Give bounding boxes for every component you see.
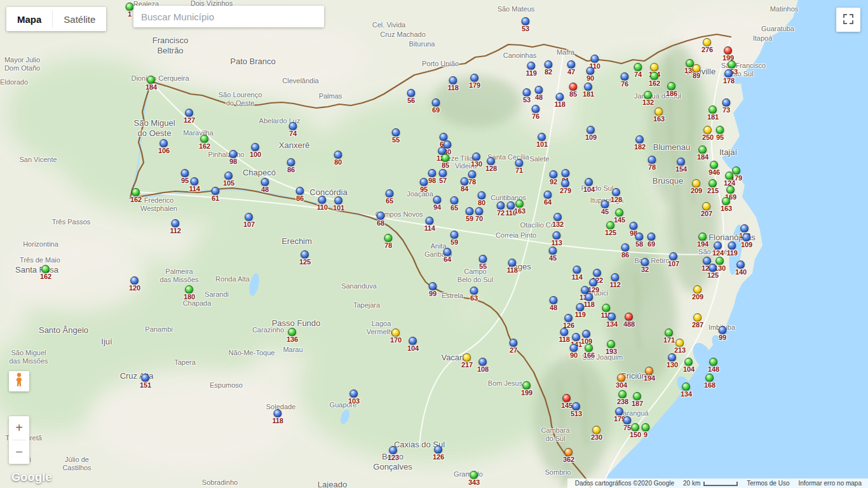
map-marker[interactable]: 100: [250, 143, 261, 158]
map-marker[interactable]: 98: [229, 150, 238, 165]
map-marker[interactable]: 168: [704, 374, 715, 389]
map-marker[interactable]: 128: [485, 157, 497, 172]
map-marker[interactable]: 163: [514, 200, 526, 215]
map-marker[interactable]: 64: [444, 248, 452, 263]
map-marker[interactable]: 162: [40, 265, 51, 280]
map-marker[interactable]: 72: [497, 201, 505, 217]
map-marker[interactable]: 112: [170, 219, 180, 234]
map-marker[interactable]: 90: [587, 67, 595, 82]
map-marker[interactable]: 199: [722, 46, 734, 62]
map-marker[interactable]: 128: [611, 188, 622, 203]
map-marker[interactable]: 76: [532, 105, 540, 120]
map-marker[interactable]: 65: [386, 189, 394, 205]
map-marker[interactable]: 150: [630, 423, 641, 438]
map-marker[interactable]: 71: [515, 159, 524, 174]
map-marker[interactable]: 104: [407, 337, 419, 352]
map-marker[interactable]: 276: [702, 38, 713, 53]
map-marker[interactable]: 170: [390, 329, 402, 344]
map-marker[interactable]: 126: [563, 314, 574, 329]
map-marker[interactable]: 103: [348, 390, 360, 405]
map-marker[interactable]: 59: [466, 207, 474, 222]
map-marker[interactable]: 124: [724, 172, 735, 187]
map-marker[interactable]: 125: [707, 264, 719, 279]
map-marker[interactable]: 85: [569, 83, 578, 98]
map-marker[interactable]: 166: [583, 344, 595, 359]
map-marker[interactable]: 217: [461, 353, 473, 369]
map-marker[interactable]: 118: [554, 93, 565, 108]
map-marker[interactable]: 194: [697, 233, 709, 248]
map-marker[interactable]: 154: [675, 158, 687, 173]
map-marker[interactable]: 113: [551, 231, 562, 247]
map-marker[interactable]: 238: [617, 390, 628, 405]
map-marker[interactable]: 134: [681, 383, 692, 398]
google-logo[interactable]: Google: [11, 471, 52, 484]
map-marker[interactable]: 45: [601, 200, 609, 215]
map-marker[interactable]: 134: [606, 313, 618, 328]
map-marker[interactable]: 199: [521, 381, 532, 396]
map-marker[interactable]: 162: [199, 135, 210, 150]
map-marker[interactable]: 114: [189, 177, 200, 193]
map-marker[interactable]: 109: [581, 330, 592, 345]
map-marker[interactable]: 53: [523, 88, 531, 104]
map-marker[interactable]: 132: [642, 91, 654, 106]
map-marker[interactable]: 125: [299, 250, 311, 266]
map-marker[interactable]: 513: [571, 402, 582, 417]
map-marker[interactable]: 171: [663, 329, 675, 344]
map-marker[interactable]: 80: [334, 151, 342, 166]
map-marker[interactable]: 151: [140, 374, 151, 389]
map-marker[interactable]: 45: [549, 247, 557, 262]
map-marker[interactable]: 74: [634, 63, 642, 78]
map-marker[interactable]: 104: [583, 178, 595, 193]
map-marker[interactable]: 250: [702, 126, 714, 141]
map-marker[interactable]: 130: [471, 152, 482, 168]
map-marker[interactable]: 230: [591, 426, 602, 441]
map-marker[interactable]: 114: [571, 266, 582, 281]
map-marker[interactable]: 98: [428, 169, 437, 184]
map-marker[interactable]: 179: [469, 74, 480, 89]
map-marker[interactable]: 105: [223, 172, 234, 187]
map-marker[interactable]: 53: [522, 17, 530, 32]
map-marker[interactable]: 86: [621, 243, 630, 259]
search-input[interactable]: [133, 6, 324, 27]
map-marker[interactable]: 114: [424, 217, 435, 232]
map-marker[interactable]: 304: [616, 374, 627, 389]
map-marker[interactable]: 58: [635, 233, 644, 248]
map-marker[interactable]: 99: [429, 282, 437, 297]
map-marker[interactable]: 362: [563, 448, 574, 463]
map-marker[interactable]: 48: [535, 86, 543, 101]
map-marker[interactable]: 118: [559, 328, 569, 343]
map-marker[interactable]: 107: [668, 252, 679, 268]
map-marker[interactable]: 209: [692, 285, 703, 301]
map-marker[interactable]: 163: [721, 197, 732, 212]
map-marker[interactable]: 119: [526, 62, 536, 77]
map-marker[interactable]: 132: [552, 213, 564, 228]
map-marker[interactable]: 82: [545, 60, 553, 76]
map-marker[interactable]: 32: [641, 258, 649, 273]
satellite-view-button[interactable]: Satélite: [53, 7, 106, 31]
map-marker[interactable]: 118: [272, 409, 283, 424]
map-marker[interactable]: 61: [212, 187, 220, 202]
map-marker[interactable]: 78: [468, 170, 477, 186]
map-marker[interactable]: 92: [550, 170, 558, 186]
map-marker[interactable]: 69: [432, 98, 440, 114]
map-marker[interactable]: 57: [439, 169, 447, 184]
map-marker[interactable]: 101: [333, 196, 344, 212]
map-marker[interactable]: 184: [697, 146, 709, 161]
map-marker[interactable]: 69: [648, 233, 656, 248]
map-marker[interactable]: 193: [606, 340, 617, 355]
map-marker[interactable]: 119: [726, 241, 737, 257]
map-marker[interactable]: 99: [719, 326, 727, 341]
map-marker[interactable]: 95: [716, 126, 724, 141]
map-marker[interactable]: 68: [377, 212, 385, 227]
map-marker[interactable]: 140: [735, 261, 747, 276]
map-marker[interactable]: 162: [649, 72, 660, 87]
map-marker[interactable]: 85: [442, 154, 450, 169]
map-marker[interactable]: 64: [544, 191, 552, 206]
fullscreen-button[interactable]: [836, 8, 860, 32]
map-marker[interactable]: 124: [712, 241, 724, 257]
map-marker[interactable]: 94: [433, 196, 442, 211]
map-marker[interactable]: 76: [621, 72, 629, 88]
map-marker[interactable]: 118: [506, 259, 517, 274]
map-marker[interactable]: 119: [574, 303, 585, 318]
map-marker[interactable]: 178: [723, 69, 735, 85]
